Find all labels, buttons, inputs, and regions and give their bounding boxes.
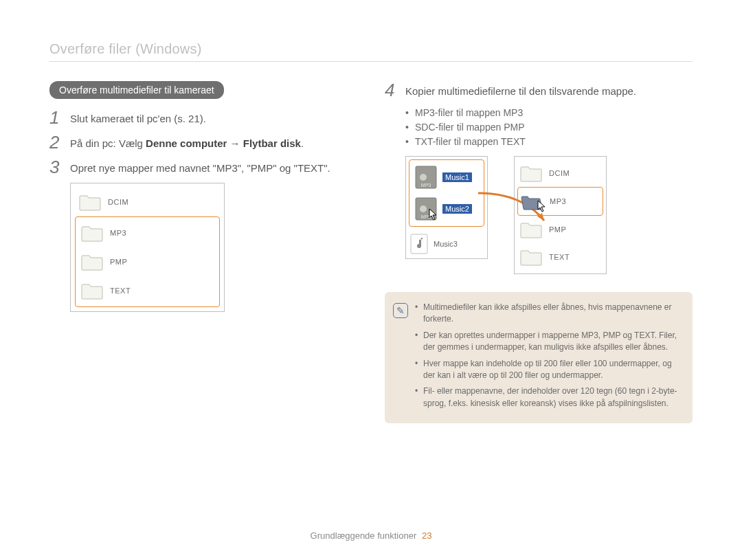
svg-point-4: [420, 205, 427, 212]
right-column: 4 Kopier multimediefilerne til den tilsv…: [385, 81, 693, 423]
svg-text:MP3: MP3: [421, 183, 431, 188]
source-label: Music1: [442, 173, 472, 181]
source-item: MP3 Music2: [411, 193, 482, 225]
cursor-icon: [537, 200, 547, 212]
section-pill: Overføre multimediefiler til kameraet: [49, 81, 224, 99]
note-item: Multimediefiler kan ikke afspilles eller…: [415, 302, 682, 326]
selected-label: Music2: [442, 204, 472, 214]
step2-arrow: →: [227, 137, 243, 149]
note-item: Der kan oprettes undermapper i mapperne …: [415, 330, 682, 354]
title-divider: [49, 61, 693, 62]
step-4: 4 Kopier multimediefilerne til den tilsv…: [385, 81, 693, 99]
folder-label: MP3: [110, 229, 126, 237]
step-number: 3: [49, 158, 63, 176]
folder-label: TEXT: [110, 287, 131, 295]
page-title: Overføre filer (Windows): [49, 41, 693, 57]
folder-icon: [81, 282, 103, 300]
folder-row-dcim: DCIM: [75, 188, 220, 216]
folder-row-text: TEXT: [77, 276, 218, 305]
folder-row-pmp: PMP: [77, 247, 218, 276]
sublist-item: MP3-filer til mappen MP3: [405, 106, 693, 120]
step4-sublist: MP3-filer til mappen MP3 SDC-filer til m…: [385, 106, 693, 149]
source-panel: MP3 Music1 MP3 Music2: [405, 156, 488, 259]
note-icon: ✎: [393, 303, 408, 318]
note-item: Hver mappe kan indeholde op til 200 file…: [415, 358, 682, 382]
note-icon-glyph: ✎: [396, 305, 405, 316]
step-number: 2: [49, 133, 63, 151]
step-text: Kopier multimediefilerne til den tilsvar…: [405, 81, 636, 98]
highlight-box: MP3 PMP TEXT: [75, 216, 220, 307]
folder-label: DCIM: [108, 198, 128, 206]
footer-text: Grundlæggende funktioner: [311, 530, 417, 541]
step2-bold1: Denne computer: [146, 137, 227, 149]
source-item: Music3: [406, 229, 487, 258]
folder-icon: [520, 164, 542, 182]
folder-icon: [79, 193, 101, 211]
folder-row-mp3: MP3: [77, 219, 218, 247]
dest-row-text: TEXT: [517, 243, 603, 271]
folder-label: PMP: [549, 225, 566, 234]
folder-label: PMP: [110, 258, 127, 266]
folder-panel-left: DCIM MP3 PMP: [70, 183, 225, 312]
mp3-file-icon: MP3: [415, 166, 437, 189]
dest-row-mp3: MP3: [517, 187, 603, 216]
source-item: MP3 Music1: [411, 161, 482, 193]
step-number: 4: [385, 81, 398, 99]
folder-icon: [520, 221, 542, 238]
step2-bold2: Flytbar disk: [243, 137, 301, 149]
note-item: Fil- eller mappenavne, der indeholder ov…: [415, 385, 682, 410]
step-3: 3 Opret nye mapper med navnet "MP3", "PM…: [49, 158, 357, 176]
page-footer: Grundlæggende funktioner 23: [0, 530, 742, 541]
folder-icon: [81, 253, 103, 271]
page-number: 23: [422, 530, 431, 541]
note-list: Multimediefiler kan ikke afspilles eller…: [415, 302, 682, 414]
drag-illustration: MP3 Music1 MP3 Music2: [405, 156, 693, 274]
step-text: Slut kameraet til pc'en (s. 21).: [70, 109, 206, 126]
step-text: Opret nye mapper med navnet "MP3", "PMP"…: [70, 158, 330, 175]
step2-prefix: På din pc: Vælg: [70, 137, 146, 149]
step-2: 2 På din pc: Vælg Denne computer → Flytb…: [49, 133, 357, 151]
step-1: 1 Slut kameraet til pc'en (s. 21).: [49, 109, 357, 126]
dest-row-pmp: PMP: [517, 216, 603, 243]
step-number: 1: [49, 109, 63, 126]
selected-label: Music1: [442, 172, 472, 182]
folder-label: MP3: [550, 197, 566, 205]
sublist-item: SDC-filer til mappen PMP: [405, 120, 693, 135]
destination-panel: DCIM MP3 PMP: [514, 156, 607, 274]
music-file-icon: [410, 234, 428, 254]
folder-label: TEXT: [549, 253, 570, 261]
step2-suffix: .: [301, 137, 304, 149]
sublist-item: TXT-filer til mappen TEXT: [405, 135, 693, 149]
note-box: ✎ Multimediefiler kan ikke afspilles ell…: [385, 292, 693, 423]
source-label: Music3: [434, 240, 458, 248]
cursor-icon: [429, 208, 438, 221]
left-column: Overføre multimediefiler til kameraet 1 …: [49, 81, 357, 423]
dest-row-dcim: DCIM: [517, 159, 603, 187]
source-label: Music2: [442, 205, 472, 213]
svg-point-1: [420, 174, 427, 181]
source-highlight: MP3 Music1 MP3 Music2: [409, 159, 484, 227]
folder-label: DCIM: [549, 169, 570, 177]
folder-icon: [520, 248, 542, 266]
step-text: På din pc: Vælg Denne computer → Flytbar…: [70, 133, 304, 150]
folder-icon: [81, 224, 103, 242]
